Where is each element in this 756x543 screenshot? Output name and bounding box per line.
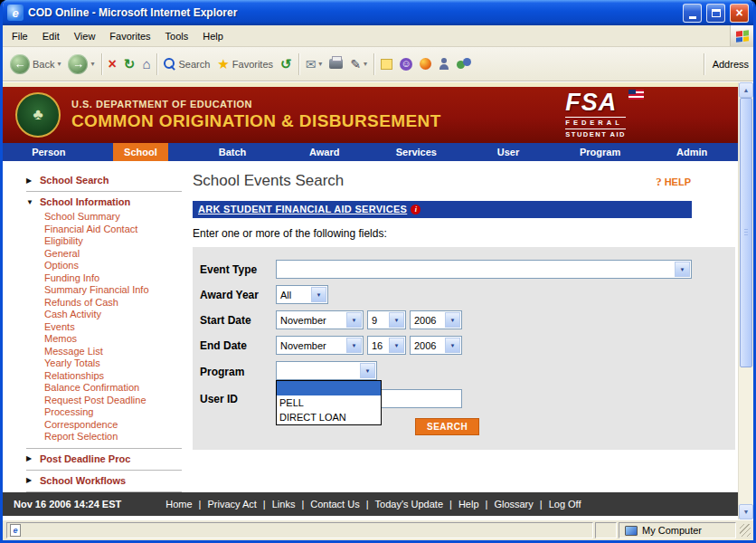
nav-tab-award[interactable]: Award	[279, 143, 371, 161]
minimize-button[interactable]	[683, 4, 702, 23]
sidebar-item-processing[interactable]: Processing	[44, 406, 182, 418]
scroll-up-button[interactable]: ▲	[739, 82, 753, 98]
nav-tab-admin[interactable]: Admin	[646, 143, 738, 161]
sidebar-item-relationships[interactable]: Relationships	[44, 370, 182, 382]
chevron-down-icon[interactable]: ▼	[346, 312, 362, 328]
menu-help[interactable]: Help	[195, 27, 231, 45]
sidebar-item-cash-activity[interactable]: Cash Activity	[44, 309, 182, 320]
refresh-button[interactable]: ↻	[120, 55, 139, 72]
stop-button[interactable]: ×	[105, 55, 120, 73]
event-type-select[interactable]: ▼	[276, 260, 692, 279]
info-icon[interactable]: i	[411, 205, 421, 214]
sidebar-item-school-summary[interactable]: School Summary	[44, 211, 182, 223]
chevron-down-icon[interactable]: ▼	[445, 338, 460, 353]
start-day-select[interactable]: 9 ▼	[367, 310, 406, 329]
home-button[interactable]: ⌂	[138, 55, 154, 72]
forward-button[interactable]: → ▾	[64, 52, 98, 76]
back-button[interactable]: ← Back ▾	[6, 52, 64, 76]
mail-button[interactable]: ✉ ▾	[302, 56, 326, 72]
vertical-scrollbar[interactable]: ▲ ▼	[738, 82, 753, 519]
footer-link-log-off[interactable]: Log Off	[543, 499, 588, 510]
back-dropdown-icon[interactable]: ▾	[57, 60, 61, 68]
chevron-down-icon[interactable]: ▼	[346, 338, 362, 353]
chevron-down-icon[interactable]: ▼	[389, 312, 404, 328]
profile-button[interactable]	[435, 56, 453, 71]
chevron-down-icon[interactable]: ▼	[445, 312, 460, 328]
discuss-button[interactable]	[377, 57, 396, 71]
menu-tools[interactable]: Tools	[158, 27, 196, 45]
sidebar-item-financial-aid-contact[interactable]: Financial Aid Contact	[44, 224, 182, 235]
print-button[interactable]	[326, 57, 346, 71]
footer-link-glossary[interactable]: Glossary	[487, 499, 539, 510]
sidebar-item-funding-info[interactable]: Funding Info	[44, 272, 182, 284]
sidebar-item-general[interactable]: General	[44, 248, 182, 260]
sidebar-item-yearly-totals[interactable]: Yearly Totals	[44, 357, 182, 369]
award-year-select[interactable]: All ▼	[276, 285, 328, 304]
chevron-down-icon[interactable]: ▼	[389, 338, 404, 353]
edit-dropdown-icon[interactable]: ▾	[364, 60, 367, 68]
chevron-down-icon[interactable]: ▼	[675, 262, 690, 277]
start-year-select[interactable]: 2006 ▼	[410, 310, 462, 329]
program-option-pell[interactable]: PELL	[277, 395, 381, 410]
history-button[interactable]: ↺	[277, 55, 296, 72]
sidebar-heading-school-search[interactable]: ▶School Search	[26, 175, 182, 186]
title-bar[interactable]: e COD Online - Microsoft Internet Explor…	[3, 0, 753, 25]
mail-dropdown-icon[interactable]: ▾	[318, 60, 322, 68]
program-select[interactable]: ▼	[276, 361, 377, 380]
menu-view[interactable]: View	[67, 27, 103, 45]
search-toolbar-button[interactable]: Search	[160, 56, 213, 71]
menu-edit[interactable]: Edit	[35, 27, 67, 45]
sidebar-heading-school-information[interactable]: ▼School Information	[26, 196, 182, 207]
chevron-down-icon[interactable]: ▼	[311, 287, 326, 302]
sidebar-item-report-selection[interactable]: Report Selection	[44, 431, 182, 443]
footer-link-home[interactable]: Home	[159, 499, 198, 510]
edit-button[interactable]: ✎ ▾	[346, 56, 371, 72]
chevron-down-icon[interactable]: ▼	[360, 363, 375, 378]
maximize-button[interactable]	[706, 4, 725, 23]
sidebar-item-request-post-deadline[interactable]: Request Post Deadline	[44, 395, 182, 406]
nav-tab-services[interactable]: Services	[371, 143, 463, 161]
sidebar-heading-post-deadline-proc[interactable]: ▶Post Deadline Proc	[26, 453, 182, 464]
footer-link-help[interactable]: Help	[452, 499, 486, 510]
footer-link-privacy-act[interactable]: Privacy Act	[201, 499, 262, 510]
menu-file[interactable]: File	[5, 27, 35, 45]
footer-link-contact-us[interactable]: Contact Us	[304, 499, 365, 510]
program-option-direct-loan[interactable]: DIRECT LOAN	[277, 410, 381, 424]
sidebar-item-options[interactable]: Options	[44, 260, 182, 272]
end-month-select[interactable]: November ▼	[276, 336, 364, 355]
school-link[interactable]: ARK STUDENT FINANCIAL AID SERVICES	[198, 204, 407, 214]
sidebar-item-refunds-of-cash[interactable]: Refunds of Cash	[44, 297, 182, 309]
forward-dropdown-icon[interactable]: ▾	[90, 60, 94, 68]
messenger-button[interactable]: ☺	[396, 56, 416, 72]
start-month-select[interactable]: November ▼	[276, 310, 364, 329]
nav-tab-program[interactable]: Program	[554, 143, 647, 161]
scrollbar-thumb[interactable]	[740, 98, 752, 367]
icq-button[interactable]	[416, 56, 435, 71]
sidebar-item-eligibility[interactable]: Eligibility	[44, 235, 182, 247]
sidebar-item-memos[interactable]: Memos	[44, 333, 182, 345]
nav-tab-batch[interactable]: Batch	[186, 143, 279, 161]
footer-link-today-s-update[interactable]: Today's Update	[369, 499, 449, 510]
sidebar-item-message-list[interactable]: Message List	[44, 346, 182, 357]
close-button[interactable]: ×	[730, 4, 749, 23]
favorites-button[interactable]: ★ Favorites	[213, 55, 277, 72]
sidebar-item-events[interactable]: Events	[44, 321, 182, 333]
nav-tab-user[interactable]: User	[462, 143, 554, 161]
end-day-select[interactable]: 16 ▼	[367, 336, 406, 355]
sidebar-item-summary-financial-info[interactable]: Summary Financial Info	[44, 284, 182, 296]
menu-favorites[interactable]: Favorites	[102, 27, 157, 45]
sidebar-item-correspondence[interactable]: Correspondence	[44, 419, 182, 431]
contacts-button[interactable]	[453, 56, 475, 71]
nav-tab-person[interactable]: Person	[3, 143, 95, 161]
help-link[interactable]: ? HELP	[656, 175, 691, 189]
resize-grip[interactable]	[740, 524, 751, 537]
scroll-down-button[interactable]: ▼	[739, 504, 753, 519]
sidebar-heading-school-workflows[interactable]: ▶School Workflows	[26, 475, 182, 486]
search-submit-button[interactable]: SEARCH	[415, 418, 479, 435]
scrollbar-track[interactable]	[739, 98, 753, 504]
nav-tab-school[interactable]: School	[95, 143, 187, 161]
end-year-select[interactable]: 2006 ▼	[410, 336, 462, 355]
sidebar-item-balance-confirmation[interactable]: Balance Confirmation	[44, 382, 182, 394]
footer-link-links[interactable]: Links	[266, 499, 302, 510]
program-option-blank[interactable]	[277, 381, 381, 395]
